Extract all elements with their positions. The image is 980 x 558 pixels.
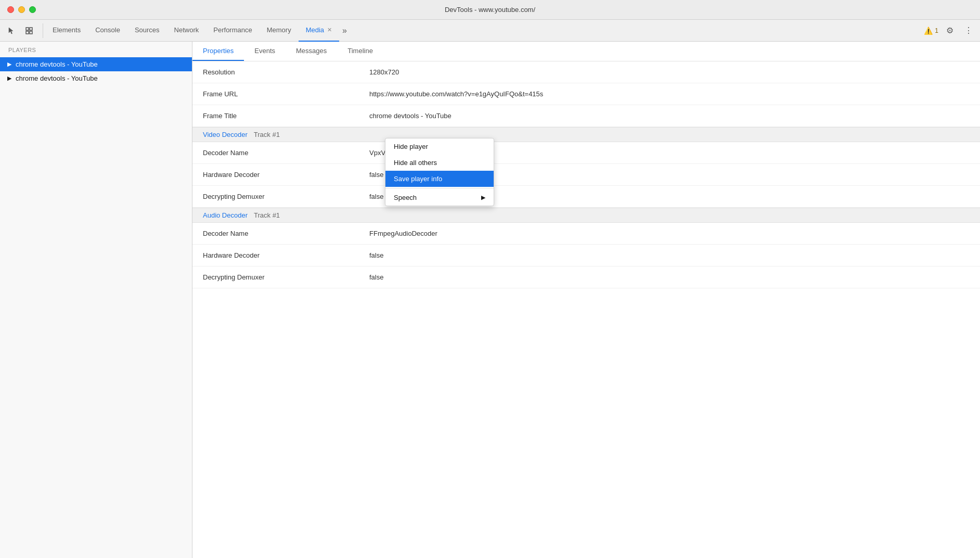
video-decoder-label: Video Decoder	[203, 131, 248, 138]
warning-icon: ⚠️	[924, 27, 933, 35]
svg-rect-3	[30, 31, 32, 34]
tab-media-close[interactable]: ✕	[327, 27, 332, 33]
prop-row-audio-decrypting-demuxer: Decrypting Demuxer false	[192, 267, 980, 288]
minimize-button[interactable]	[18, 6, 25, 13]
video-decoder-track: Track #1	[254, 131, 280, 138]
prop-value-audio-decoder-name: FFmpegAudioDecoder	[369, 230, 437, 237]
close-button[interactable]	[7, 6, 14, 13]
main-layout: Players ▶ chrome devtools - YouTube ▶ ch…	[0, 42, 980, 558]
prop-value-resolution: 1280x720	[369, 68, 399, 76]
context-menu-hide-player[interactable]: Hide player	[385, 138, 494, 155]
context-menu-save-player-info[interactable]: Save player info	[385, 171, 494, 187]
submenu-arrow-icon: ▶	[481, 194, 485, 201]
title-bar: DevTools - www.youtube.com/	[0, 0, 980, 20]
player-arrow-1: ▶	[7, 61, 11, 68]
sidebar-title: Players	[0, 47, 192, 57]
video-decoder-header: Video Decoder Track #1	[192, 127, 980, 142]
maximize-button[interactable]	[29, 6, 36, 13]
prop-name-audio-decrypting-demuxer: Decrypting Demuxer	[203, 273, 369, 281]
prop-value-frame-title: chrome devtools - YouTube	[369, 112, 452, 120]
prop-name-audio-decoder-name: Decoder Name	[203, 230, 369, 237]
svg-rect-0	[26, 28, 29, 30]
prop-row-video-decoder-name: Decoder Name VpxVideoDecoder	[192, 142, 980, 164]
settings-icon[interactable]: ⚙	[943, 23, 957, 38]
prop-value-video-decrypting-demuxer: false	[369, 193, 383, 200]
properties-table: Resolution 1280x720 Frame URL https://ww…	[192, 61, 980, 288]
prop-name-video-hardware-decoder: Hardware Decoder	[203, 171, 369, 179]
prop-row-frame-url: Frame URL https://www.youtube.com/watch?…	[192, 83, 980, 105]
inspect-icon[interactable]	[22, 23, 36, 38]
prop-row-video-decrypting-demuxer: Decrypting Demuxer false	[192, 186, 980, 208]
prop-value-frame-url: https://www.youtube.com/watch?v=e1gAyQuI…	[369, 90, 543, 98]
window-title: DevTools - www.youtube.com/	[445, 6, 535, 14]
tab-messages[interactable]: Messages	[286, 42, 337, 61]
content-panel: Properties Events Messages Timeline Reso…	[192, 42, 980, 558]
svg-rect-2	[26, 31, 29, 34]
prop-row-frame-title: Frame Title chrome devtools - YouTube	[192, 105, 980, 127]
audio-decoder-label: Audio Decoder	[203, 211, 248, 219]
prop-name-video-decoder-name: Decoder Name	[203, 149, 369, 157]
prop-name-video-decrypting-demuxer: Decrypting Demuxer	[203, 193, 369, 200]
context-menu-separator	[385, 188, 494, 188]
tab-network[interactable]: Network	[167, 20, 207, 42]
prop-row-audio-hardware-decoder: Hardware Decoder false	[192, 245, 980, 267]
context-menu-speech[interactable]: Speech ▶	[385, 189, 494, 206]
tab-console[interactable]: Console	[88, 20, 127, 42]
audio-decoder-header: Audio Decoder Track #1	[192, 208, 980, 223]
tab-overflow-button[interactable]: »	[339, 20, 350, 42]
context-menu: Hide player Hide all others Save player …	[385, 138, 494, 206]
more-options-icon[interactable]: ⋮	[961, 23, 976, 38]
prop-name-audio-hardware-decoder: Hardware Decoder	[203, 251, 369, 259]
toolbar-right: ⚠️ 1 ⚙ ⋮	[924, 23, 976, 38]
toolbar: Elements Console Sources Network Perform…	[0, 20, 980, 42]
prop-row-audio-decoder-name: Decoder Name FFmpegAudioDecoder	[192, 223, 980, 245]
sub-tab-list: Properties Events Messages Timeline	[192, 42, 980, 61]
prop-name-frame-url: Frame URL	[203, 90, 369, 98]
tab-performance[interactable]: Performance	[206, 20, 259, 42]
tab-properties[interactable]: Properties	[192, 42, 244, 61]
toolbar-icons	[4, 23, 43, 38]
player-item-2[interactable]: ▶ chrome devtools - YouTube	[0, 71, 192, 85]
warning-badge[interactable]: ⚠️ 1	[924, 27, 938, 35]
audio-decoder-track: Track #1	[254, 211, 280, 219]
tab-sources[interactable]: Sources	[127, 20, 167, 42]
sidebar: Players ▶ chrome devtools - YouTube ▶ ch…	[0, 42, 192, 558]
prop-value-video-hardware-decoder: false	[369, 171, 383, 179]
prop-value-audio-hardware-decoder: false	[369, 251, 383, 259]
tab-memory[interactable]: Memory	[260, 20, 299, 42]
prop-value-audio-decrypting-demuxer: false	[369, 273, 383, 281]
traffic-lights	[7, 6, 36, 13]
tab-timeline[interactable]: Timeline	[337, 42, 383, 61]
cursor-icon[interactable]	[4, 23, 19, 38]
tab-elements[interactable]: Elements	[45, 20, 88, 42]
tab-media[interactable]: Media ✕	[299, 20, 339, 42]
prop-row-video-hardware-decoder: Hardware Decoder false	[192, 164, 980, 186]
prop-row-resolution: Resolution 1280x720	[192, 61, 980, 83]
prop-name-frame-title: Frame Title	[203, 112, 369, 120]
prop-name-resolution: Resolution	[203, 68, 369, 76]
player-item-1[interactable]: ▶ chrome devtools - YouTube	[0, 57, 192, 71]
svg-rect-1	[30, 28, 32, 30]
tab-events[interactable]: Events	[244, 42, 286, 61]
player-arrow-2: ▶	[7, 75, 11, 82]
context-menu-hide-all-others[interactable]: Hide all others	[385, 155, 494, 171]
main-tab-list: Elements Console Sources Network Perform…	[45, 20, 924, 42]
